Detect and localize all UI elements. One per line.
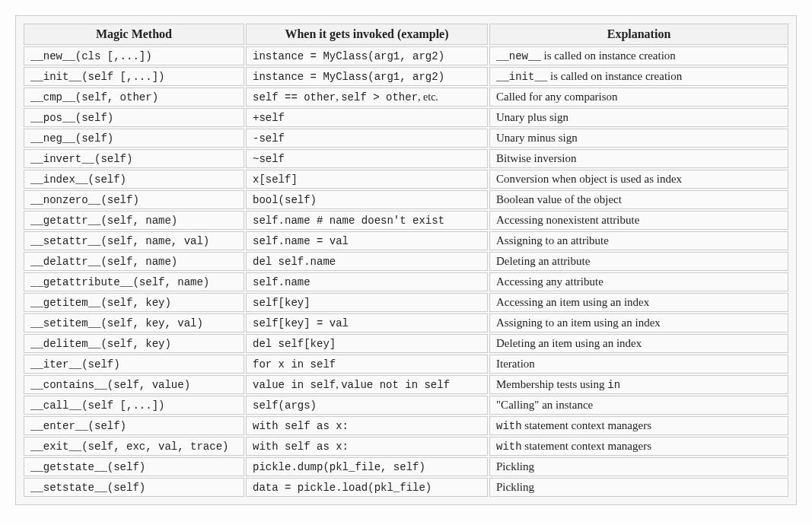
inline-text: is called on instance creation <box>547 70 682 82</box>
header-explain: Explanation <box>489 24 788 45</box>
invoked-cell: instance = MyClass(arg1, arg2) <box>246 67 488 86</box>
table-row: __call__(self [,...])self(args)"Calling"… <box>24 396 788 415</box>
invoked-cell: self.name # name doesn't exist <box>246 211 488 230</box>
explain-cell: Bitwise inversion <box>489 149 788 168</box>
method-cell: __enter__(self) <box>24 416 244 435</box>
inline-code: with self as x: <box>253 441 349 453</box>
method-cell: __getitem__(self, key) <box>24 293 244 312</box>
inline-text: "Calling" an instance <box>496 399 593 411</box>
table-row: __getitem__(self, key)self[key]Accessing… <box>24 293 788 312</box>
method-cell: __call__(self [,...]) <box>24 396 244 415</box>
method-cell: __setattr__(self, name, val) <box>24 231 244 250</box>
inline-code: for x in self <box>253 358 336 371</box>
inline-code: instance = MyClass(arg1, arg2) <box>253 71 444 83</box>
explain-cell: Iteration <box>489 355 788 374</box>
inline-code: data = pickle.load(pkl_file) <box>253 482 431 494</box>
method-cell: __index__(self) <box>24 170 244 189</box>
inline-code: pickle.dump(pkl_file, self) <box>253 461 425 473</box>
header-invoked: When it gets invoked (example) <box>246 24 488 45</box>
inline-text: Accessing nonexistent attribute <box>496 214 639 226</box>
explain-cell: Boolean value of the object <box>489 190 788 209</box>
method-cell: __pos__(self) <box>24 108 244 127</box>
inline-code: del self[key] <box>253 338 336 350</box>
invoked-cell: pickle.dump(pkl_file, self) <box>246 457 488 476</box>
inline-text: Deleting an attribute <box>496 255 590 267</box>
explain-cell: "Calling" an instance <box>489 396 788 415</box>
inline-code: self(args) <box>253 399 317 412</box>
inline-text: Bitwise inversion <box>496 152 576 164</box>
inline-code: with <box>496 441 522 453</box>
inline-text: Accessing any attribute <box>496 275 603 288</box>
inline-text: is called on instance creation <box>541 49 676 62</box>
explain-cell: Accessing any attribute <box>489 272 788 291</box>
inline-text: Iteration <box>496 358 535 370</box>
invoked-cell: ~self <box>246 149 488 168</box>
table-row: __index__(self)x[self]Conversion when ob… <box>24 170 788 189</box>
explain-cell: Unary plus sign <box>489 108 788 127</box>
inline-code: self.name # name doesn't exist <box>253 215 444 227</box>
explain-cell: Deleting an item using an index <box>489 334 788 353</box>
method-cell: __invert__(self) <box>24 149 244 168</box>
invoked-cell: self == other, self > other, etc. <box>246 88 488 107</box>
invoked-cell: for x in self <box>246 355 488 374</box>
table-row: __setstate__(self)data = pickle.load(pkl… <box>24 478 788 497</box>
explain-cell: Pickling <box>489 478 788 497</box>
invoked-cell: with self as x: <box>246 437 488 456</box>
explain-cell: Conversion when object is used as index <box>489 170 788 189</box>
inline-text: Membership tests using <box>496 378 607 390</box>
table-row: __delitem__(self, key)del self[key]Delet… <box>24 334 788 353</box>
table-row: __exit__(self, exc, val, trace)with self… <box>24 437 788 456</box>
inline-code: in <box>607 379 620 391</box>
inline-code: with <box>496 420 522 432</box>
invoked-cell: del self[key] <box>246 334 488 353</box>
invoked-cell: self.name <box>246 272 488 291</box>
explain-cell: __new__ is called on instance creation <box>489 46 788 65</box>
explain-cell: Assigning to an item using an index <box>489 313 788 332</box>
method-cell: __getattr__(self, name) <box>24 211 244 230</box>
inline-code: ~self <box>253 153 285 165</box>
method-cell: __contains__(self, value) <box>24 375 244 394</box>
inline-code: with self as x: <box>253 420 349 432</box>
table-row: __delattr__(self, name)del self.nameDele… <box>24 252 788 271</box>
invoked-cell: self(args) <box>246 396 488 415</box>
magic-methods-table: Magic Method When it gets invoked (examp… <box>22 22 790 498</box>
method-cell: __getattribute__(self, name) <box>24 272 244 291</box>
method-cell: __iter__(self) <box>24 355 244 374</box>
method-cell: __delattr__(self, name) <box>24 252 244 271</box>
invoked-cell: with self as x: <box>246 416 488 435</box>
explain-cell: Membership tests using in <box>489 375 788 394</box>
explain-cell: Unary minus sign <box>489 129 788 148</box>
inline-text: Pickling <box>496 481 534 493</box>
inline-text: Conversion when object is used as index <box>496 173 682 185</box>
method-cell: __setitem__(self, key, val) <box>24 313 244 332</box>
table-row: __nonzero__(self)bool(self)Boolean value… <box>24 190 788 209</box>
explain-cell: Deleting an attribute <box>489 252 788 271</box>
explain-cell: __init__ is called on instance creation <box>489 67 788 86</box>
invoked-cell: data = pickle.load(pkl_file) <box>246 478 488 497</box>
method-cell: __new__(cls [,...]) <box>24 46 244 65</box>
method-cell: __delitem__(self, key) <box>24 334 244 353</box>
invoked-cell: del self.name <box>246 252 488 271</box>
inline-code: value in self <box>253 379 336 391</box>
table-row: __getattr__(self, name)self.name # name … <box>24 211 788 230</box>
inline-code: __new__ <box>496 50 541 62</box>
explain-cell: Pickling <box>489 457 788 476</box>
table-row: __neg__(self)-selfUnary minus sign <box>24 129 788 148</box>
inline-text: Pickling <box>496 460 534 473</box>
table-row: __setattr__(self, name, val)self.name = … <box>24 231 788 250</box>
inline-code: -self <box>253 132 285 145</box>
method-cell: __cmp__(self, other) <box>24 88 244 107</box>
method-cell: __setstate__(self) <box>24 478 244 497</box>
method-cell: __getstate__(self) <box>24 457 244 476</box>
explain-cell: Called for any comparison <box>489 88 788 107</box>
inline-code: x[self] <box>253 173 298 186</box>
inline-text: Boolean value of the object <box>496 193 622 205</box>
invoked-cell: bool(self) <box>246 190 488 209</box>
inline-text: Assigning to an attribute <box>496 234 609 247</box>
header-method: Magic Method <box>24 24 244 45</box>
inline-text: Called for any comparison <box>496 91 618 103</box>
table-row: __new__(cls [,...])instance = MyClass(ar… <box>24 46 788 65</box>
inline-code: __init__ <box>496 71 547 83</box>
inline-code: self[key] = val <box>253 317 349 329</box>
inline-code: del self.name <box>253 256 336 268</box>
